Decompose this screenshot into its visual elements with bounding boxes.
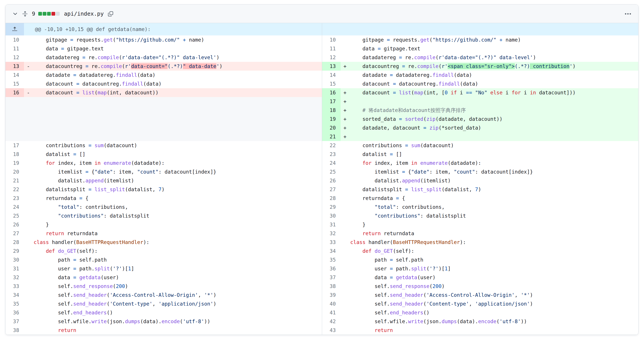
line-number[interactable]: 11 <box>6 44 24 53</box>
line-number[interactable]: 10 <box>322 36 340 44</box>
diff-row-old-34: 34 self.send_header('Access-Control-Allo… <box>6 291 322 299</box>
line-number[interactable]: 34 <box>322 247 340 255</box>
line-number[interactable]: 13 <box>322 62 340 71</box>
code-token: name) <box>186 37 204 43</box>
line-number[interactable]: 17 <box>6 141 24 150</box>
hunk-header-continuation <box>322 23 638 36</box>
line-number[interactable]: 35 <box>322 255 340 264</box>
line-number[interactable]: 29 <box>322 203 340 211</box>
line-number[interactable]: 27 <box>6 229 24 238</box>
line-number[interactable]: 16 <box>322 88 340 97</box>
line-number[interactable]: 18 <box>322 106 340 115</box>
code-token: datacount <box>350 90 393 96</box>
code-line: datalist = [] <box>34 150 322 159</box>
line-number[interactable]: 34 <box>6 291 24 299</box>
line-number[interactable]: 30 <box>6 255 24 264</box>
code-token: sorted <box>405 116 423 122</box>
copy-file-path-icon[interactable] <box>108 11 114 17</box>
line-number[interactable]: 19 <box>322 115 340 123</box>
line-number[interactable]: 31 <box>322 220 340 229</box>
line-number[interactable]: 25 <box>6 211 24 220</box>
code-token: else <box>490 90 502 96</box>
diff-row-old-26: 26 } <box>6 220 322 229</box>
code-token: in <box>411 160 417 166</box>
line-number[interactable]: 12 <box>322 53 340 62</box>
line-number[interactable]: 22 <box>6 185 24 194</box>
more-options-kebab-icon[interactable] <box>624 10 632 18</box>
line-number[interactable]: 12 <box>6 53 24 62</box>
line-number[interactable]: 31 <box>6 264 24 273</box>
collapse-file-chevron-down-icon[interactable] <box>12 11 18 17</box>
line-number[interactable]: 16 <box>6 88 24 97</box>
code-token: : datacount[index]} <box>475 169 533 175</box>
code-token: <span class="sr-only"> <box>448 63 515 69</box>
code-token: (data) <box>454 72 472 78</box>
line-number[interactable]: 35 <box>6 299 24 308</box>
line-number[interactable]: 42 <box>322 317 340 326</box>
line-number[interactable]: 33 <box>322 238 340 247</box>
code-token: : item, <box>113 169 137 175</box>
line-number[interactable]: 20 <box>6 167 24 176</box>
line-number[interactable]: 22 <box>322 141 340 150</box>
line-number[interactable]: 21 <box>6 176 24 185</box>
code-token <box>408 187 411 192</box>
line-number[interactable]: 17 <box>322 97 340 106</box>
line-number[interactable]: 40 <box>322 299 340 308</box>
line-number[interactable]: 38 <box>6 326 24 334</box>
line-number[interactable]: 15 <box>322 79 340 88</box>
line-number[interactable]: 26 <box>6 220 24 229</box>
line-number[interactable]: 19 <box>6 159 24 167</box>
line-number[interactable]: 27 <box>322 185 340 194</box>
line-number[interactable]: 43 <box>322 326 340 334</box>
line-number[interactable]: 36 <box>6 308 24 317</box>
code-token: = <box>399 116 402 122</box>
line-number[interactable]: 24 <box>6 203 24 211</box>
line-number[interactable]: 14 <box>322 71 340 79</box>
line-number[interactable]: 25 <box>322 167 340 176</box>
code-token: = <box>423 125 426 131</box>
line-number[interactable]: 38 <box>322 282 340 291</box>
line-number[interactable]: 14 <box>6 71 24 79</box>
code-token: r' <box>442 63 448 69</box>
line-number[interactable]: 41 <box>322 308 340 317</box>
code-token: list <box>82 90 94 96</box>
line-number[interactable]: 23 <box>6 194 24 203</box>
line-number[interactable]: 37 <box>322 273 340 282</box>
line-number[interactable]: 21 <box>322 132 340 141</box>
code-token: return <box>375 327 393 333</box>
code-line: self.send_header('Access-Control-Allow-O… <box>34 291 322 299</box>
diff-row-new-30: 30 "contributions": datalistsplit <box>322 211 638 220</box>
code-token: ) <box>162 187 165 192</box>
line-number[interactable]: 23 <box>322 150 340 159</box>
line-number[interactable]: 32 <box>322 229 340 238</box>
line-number[interactable]: 37 <box>6 317 24 326</box>
code-token <box>34 160 46 166</box>
line-number[interactable]: 36 <box>322 264 340 273</box>
code-token: r'data-date="(.*?)" data-level' <box>122 55 216 60</box>
line-number[interactable]: 24 <box>322 159 340 167</box>
line-number[interactable]: 28 <box>6 238 24 247</box>
line-number[interactable]: 20 <box>322 123 340 132</box>
line-number[interactable]: 10 <box>6 36 24 44</box>
line-number[interactable]: 11 <box>322 44 340 53</box>
line-number[interactable]: 18 <box>6 150 24 159</box>
line-number[interactable]: 26 <box>322 176 340 185</box>
line-number[interactable]: 29 <box>6 247 24 255</box>
diff-row-new-40: 40 self.send_header('Content-type', 'app… <box>322 299 638 308</box>
line-number[interactable]: 33 <box>6 282 24 291</box>
code-token <box>92 143 94 148</box>
line-number[interactable]: 39 <box>322 291 340 299</box>
line-number[interactable]: 13 <box>6 62 24 71</box>
diffstat-square-added <box>38 12 42 16</box>
line-number[interactable]: 30 <box>322 211 340 220</box>
line-number[interactable]: 32 <box>6 273 24 282</box>
code-token: 1 <box>444 266 448 271</box>
file-path-link[interactable]: api/index.py <box>64 11 104 17</box>
code-token: re. <box>402 55 414 60</box>
line-number[interactable]: 28 <box>322 194 340 203</box>
code-token: = <box>393 90 396 96</box>
unfold-arrows-icon[interactable] <box>22 11 28 17</box>
line-number[interactable]: 15 <box>6 79 24 88</box>
expand-hunk-up-button[interactable] <box>6 23 24 36</box>
diff-marker <box>24 211 34 220</box>
